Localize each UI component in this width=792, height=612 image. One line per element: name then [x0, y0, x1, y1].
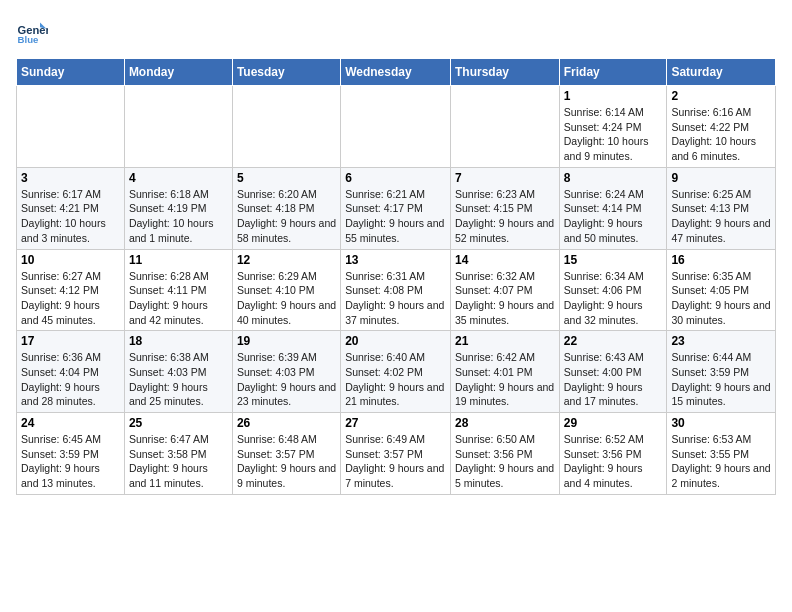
day-number: 24	[21, 416, 120, 430]
page-header: General Blue	[16, 16, 776, 48]
day-info: Sunrise: 6:25 AM Sunset: 4:13 PM Dayligh…	[671, 187, 771, 246]
calendar-cell: 22Sunrise: 6:43 AM Sunset: 4:00 PM Dayli…	[559, 331, 667, 413]
calendar-cell	[341, 86, 451, 168]
day-info: Sunrise: 6:17 AM Sunset: 4:21 PM Dayligh…	[21, 187, 120, 246]
calendar-cell: 7Sunrise: 6:23 AM Sunset: 4:15 PM Daylig…	[450, 167, 559, 249]
day-number: 28	[455, 416, 555, 430]
col-header-wednesday: Wednesday	[341, 59, 451, 86]
day-info: Sunrise: 6:40 AM Sunset: 4:02 PM Dayligh…	[345, 350, 446, 409]
calendar-cell	[450, 86, 559, 168]
day-info: Sunrise: 6:16 AM Sunset: 4:22 PM Dayligh…	[671, 105, 771, 164]
day-number: 30	[671, 416, 771, 430]
calendar-cell: 9Sunrise: 6:25 AM Sunset: 4:13 PM Daylig…	[667, 167, 776, 249]
day-number: 4	[129, 171, 228, 185]
calendar-cell	[232, 86, 340, 168]
calendar-cell: 6Sunrise: 6:21 AM Sunset: 4:17 PM Daylig…	[341, 167, 451, 249]
day-number: 1	[564, 89, 663, 103]
day-info: Sunrise: 6:49 AM Sunset: 3:57 PM Dayligh…	[345, 432, 446, 491]
logo-icon: General Blue	[16, 16, 48, 48]
calendar-cell	[17, 86, 125, 168]
day-info: Sunrise: 6:53 AM Sunset: 3:55 PM Dayligh…	[671, 432, 771, 491]
logo: General Blue	[16, 16, 52, 48]
day-info: Sunrise: 6:27 AM Sunset: 4:12 PM Dayligh…	[21, 269, 120, 328]
calendar-cell: 10Sunrise: 6:27 AM Sunset: 4:12 PM Dayli…	[17, 249, 125, 331]
day-number: 13	[345, 253, 446, 267]
day-info: Sunrise: 6:28 AM Sunset: 4:11 PM Dayligh…	[129, 269, 228, 328]
calendar-cell: 15Sunrise: 6:34 AM Sunset: 4:06 PM Dayli…	[559, 249, 667, 331]
col-header-monday: Monday	[124, 59, 232, 86]
col-header-thursday: Thursday	[450, 59, 559, 86]
day-number: 22	[564, 334, 663, 348]
day-number: 8	[564, 171, 663, 185]
calendar-cell: 20Sunrise: 6:40 AM Sunset: 4:02 PM Dayli…	[341, 331, 451, 413]
day-number: 12	[237, 253, 336, 267]
day-info: Sunrise: 6:14 AM Sunset: 4:24 PM Dayligh…	[564, 105, 663, 164]
day-info: Sunrise: 6:43 AM Sunset: 4:00 PM Dayligh…	[564, 350, 663, 409]
day-number: 10	[21, 253, 120, 267]
day-number: 3	[21, 171, 120, 185]
calendar-cell: 27Sunrise: 6:49 AM Sunset: 3:57 PM Dayli…	[341, 413, 451, 495]
calendar-week-2: 3Sunrise: 6:17 AM Sunset: 4:21 PM Daylig…	[17, 167, 776, 249]
day-info: Sunrise: 6:35 AM Sunset: 4:05 PM Dayligh…	[671, 269, 771, 328]
calendar-cell: 24Sunrise: 6:45 AM Sunset: 3:59 PM Dayli…	[17, 413, 125, 495]
calendar-cell: 19Sunrise: 6:39 AM Sunset: 4:03 PM Dayli…	[232, 331, 340, 413]
calendar-cell: 26Sunrise: 6:48 AM Sunset: 3:57 PM Dayli…	[232, 413, 340, 495]
day-number: 29	[564, 416, 663, 430]
day-number: 6	[345, 171, 446, 185]
day-number: 9	[671, 171, 771, 185]
calendar-cell: 17Sunrise: 6:36 AM Sunset: 4:04 PM Dayli…	[17, 331, 125, 413]
day-info: Sunrise: 6:32 AM Sunset: 4:07 PM Dayligh…	[455, 269, 555, 328]
col-header-tuesday: Tuesday	[232, 59, 340, 86]
calendar-cell: 5Sunrise: 6:20 AM Sunset: 4:18 PM Daylig…	[232, 167, 340, 249]
day-number: 7	[455, 171, 555, 185]
day-number: 20	[345, 334, 446, 348]
day-info: Sunrise: 6:52 AM Sunset: 3:56 PM Dayligh…	[564, 432, 663, 491]
calendar-cell: 16Sunrise: 6:35 AM Sunset: 4:05 PM Dayli…	[667, 249, 776, 331]
day-info: Sunrise: 6:20 AM Sunset: 4:18 PM Dayligh…	[237, 187, 336, 246]
calendar-cell: 3Sunrise: 6:17 AM Sunset: 4:21 PM Daylig…	[17, 167, 125, 249]
day-number: 23	[671, 334, 771, 348]
day-number: 25	[129, 416, 228, 430]
calendar-cell: 21Sunrise: 6:42 AM Sunset: 4:01 PM Dayli…	[450, 331, 559, 413]
col-header-saturday: Saturday	[667, 59, 776, 86]
day-number: 21	[455, 334, 555, 348]
day-number: 15	[564, 253, 663, 267]
day-info: Sunrise: 6:34 AM Sunset: 4:06 PM Dayligh…	[564, 269, 663, 328]
day-number: 26	[237, 416, 336, 430]
day-info: Sunrise: 6:31 AM Sunset: 4:08 PM Dayligh…	[345, 269, 446, 328]
col-header-friday: Friday	[559, 59, 667, 86]
calendar-cell: 12Sunrise: 6:29 AM Sunset: 4:10 PM Dayli…	[232, 249, 340, 331]
day-number: 18	[129, 334, 228, 348]
col-header-sunday: Sunday	[17, 59, 125, 86]
calendar-cell: 29Sunrise: 6:52 AM Sunset: 3:56 PM Dayli…	[559, 413, 667, 495]
day-info: Sunrise: 6:21 AM Sunset: 4:17 PM Dayligh…	[345, 187, 446, 246]
calendar-cell: 11Sunrise: 6:28 AM Sunset: 4:11 PM Dayli…	[124, 249, 232, 331]
calendar-cell: 14Sunrise: 6:32 AM Sunset: 4:07 PM Dayli…	[450, 249, 559, 331]
day-number: 2	[671, 89, 771, 103]
calendar-cell: 8Sunrise: 6:24 AM Sunset: 4:14 PM Daylig…	[559, 167, 667, 249]
calendar-cell: 23Sunrise: 6:44 AM Sunset: 3:59 PM Dayli…	[667, 331, 776, 413]
calendar-cell: 25Sunrise: 6:47 AM Sunset: 3:58 PM Dayli…	[124, 413, 232, 495]
calendar-cell: 30Sunrise: 6:53 AM Sunset: 3:55 PM Dayli…	[667, 413, 776, 495]
calendar-cell: 18Sunrise: 6:38 AM Sunset: 4:03 PM Dayli…	[124, 331, 232, 413]
day-number: 27	[345, 416, 446, 430]
svg-text:Blue: Blue	[18, 34, 39, 45]
day-info: Sunrise: 6:50 AM Sunset: 3:56 PM Dayligh…	[455, 432, 555, 491]
day-info: Sunrise: 6:47 AM Sunset: 3:58 PM Dayligh…	[129, 432, 228, 491]
day-info: Sunrise: 6:38 AM Sunset: 4:03 PM Dayligh…	[129, 350, 228, 409]
day-info: Sunrise: 6:45 AM Sunset: 3:59 PM Dayligh…	[21, 432, 120, 491]
day-number: 14	[455, 253, 555, 267]
day-info: Sunrise: 6:23 AM Sunset: 4:15 PM Dayligh…	[455, 187, 555, 246]
day-info: Sunrise: 6:18 AM Sunset: 4:19 PM Dayligh…	[129, 187, 228, 246]
calendar-week-5: 24Sunrise: 6:45 AM Sunset: 3:59 PM Dayli…	[17, 413, 776, 495]
day-info: Sunrise: 6:48 AM Sunset: 3:57 PM Dayligh…	[237, 432, 336, 491]
day-info: Sunrise: 6:36 AM Sunset: 4:04 PM Dayligh…	[21, 350, 120, 409]
calendar-cell: 1Sunrise: 6:14 AM Sunset: 4:24 PM Daylig…	[559, 86, 667, 168]
day-info: Sunrise: 6:24 AM Sunset: 4:14 PM Dayligh…	[564, 187, 663, 246]
calendar-cell: 4Sunrise: 6:18 AM Sunset: 4:19 PM Daylig…	[124, 167, 232, 249]
day-number: 5	[237, 171, 336, 185]
calendar-table: SundayMondayTuesdayWednesdayThursdayFrid…	[16, 58, 776, 495]
day-number: 11	[129, 253, 228, 267]
calendar-week-1: 1Sunrise: 6:14 AM Sunset: 4:24 PM Daylig…	[17, 86, 776, 168]
calendar-cell: 2Sunrise: 6:16 AM Sunset: 4:22 PM Daylig…	[667, 86, 776, 168]
